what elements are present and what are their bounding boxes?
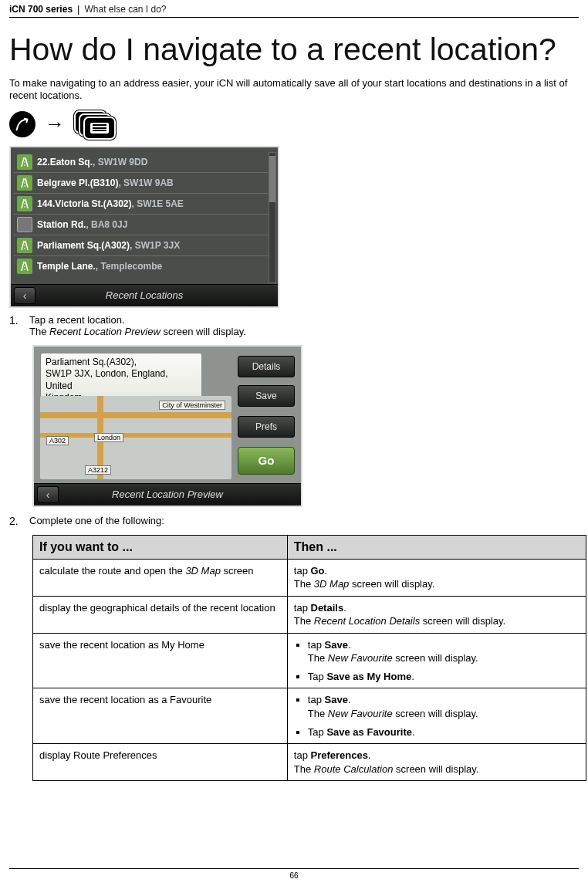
header-separator: |: [77, 3, 79, 15]
cell-bold: Preferences: [311, 749, 368, 761]
screen-footer: ‹ Recent Location Preview: [34, 483, 301, 506]
go-button: Go: [238, 447, 295, 475]
road-icon: [17, 175, 32, 191]
list-item: 144.Victoria St.(A302), SW1E 5AE: [14, 194, 275, 215]
location-suffix: , Templecombe: [96, 261, 162, 272]
page-number: 66: [9, 868, 579, 880]
cell-text: screen will display.: [393, 708, 478, 719]
road-icon: [17, 196, 32, 211]
product-name: iCN 700 series: [9, 4, 73, 15]
prefs-button: Prefs: [238, 416, 295, 438]
cell-text: screen: [221, 565, 254, 577]
step-1: 1. Tap a recent location. The Recent Loc…: [9, 314, 579, 337]
cell-text: display Route Preferences: [39, 749, 157, 761]
list-item: 22.Eaton Sq., SW1W 9DD: [14, 152, 275, 173]
location-suffix: , SW1P 3JX: [130, 240, 180, 251]
cell-text: .: [411, 671, 414, 682]
map-label: A302: [46, 436, 69, 445]
cell-text: calculate the route and open the: [39, 565, 185, 577]
screen-title: Recent Location Preview: [112, 489, 223, 500]
location-suffix: , SW1W 9DD: [93, 157, 147, 167]
table-row: save the recent location as My Home tap …: [33, 633, 586, 688]
cell-text: screen will display.: [420, 615, 505, 627]
: tap: [294, 602, 311, 614]
map-preview: City of Westminster London A302 A3212: [40, 396, 231, 479]
list-item: Parliament Sq.(A302), SW1P 3JX: [14, 235, 275, 256]
cell-text: screen will display.: [393, 652, 478, 664]
cell-italic: New Favourite: [328, 708, 393, 719]
table-row: calculate the route and open the 3D Map …: [33, 559, 586, 596]
back-button: ‹: [37, 486, 59, 503]
list-item: Belgrave Pl.(B310), SW1W 9AB: [14, 173, 275, 194]
cell-text: The: [294, 578, 314, 590]
step-2: 2. Complete one of the following:: [9, 515, 579, 527]
cell-text: .: [368, 749, 371, 761]
cell-bold: Go: [311, 565, 325, 577]
cell-bold: Save: [325, 694, 348, 705]
list-item: Station Rd., BA8 0JJ: [14, 215, 275, 235]
cell-bold: Save as Favourite: [326, 726, 412, 738]
cell-text: tap: [294, 565, 311, 577]
location-name: 144.Victoria St.(A302): [37, 198, 132, 209]
cell-text: The: [294, 763, 314, 775]
location-preview-screenshot: Parliament Sq.(A302), SW1P 3JX, London, …: [32, 345, 302, 507]
road-icon: [17, 238, 32, 253]
cell-text: .: [412, 726, 415, 738]
screen-footer: ‹ Recent Locations: [11, 284, 278, 306]
step-text: Tap a recent location.: [29, 314, 125, 326]
table-row: display the geographical details of the …: [33, 596, 586, 633]
cell-text: screen will display.: [349, 578, 434, 590]
cell-bold: Details: [311, 602, 344, 614]
cell-text: .: [348, 694, 351, 705]
area-icon: [17, 217, 32, 232]
location-suffix: , SW1E 5AE: [132, 198, 184, 209]
go-screen-icon: [9, 111, 35, 137]
breadcrumb-icons: →: [9, 110, 579, 138]
cell-text: The: [308, 708, 328, 719]
details-button: Details: [238, 356, 295, 377]
cell-text: save the recent location as a Favourite: [39, 694, 211, 705]
page-header: iCN 700 series | What else can I do?: [9, 0, 579, 18]
cell-italic: Route Calculation: [314, 763, 394, 775]
table-row: save the recent location as a Favourite …: [33, 688, 586, 744]
road-icon: [17, 154, 32, 170]
cell-text: Tap: [308, 671, 327, 682]
location-name: Parliament Sq.(A302): [37, 240, 130, 251]
location-suffix: , SW1W 9AB: [118, 178, 173, 188]
options-table: If you want to ... Then ... calculate th…: [32, 535, 586, 782]
cell-italic: 3D Map: [185, 565, 221, 577]
cell-text: The: [308, 652, 328, 664]
back-button: ‹: [14, 287, 35, 304]
location-name: Station Rd.: [37, 219, 86, 230]
cell-bold: Save: [325, 639, 348, 651]
table-row: display Route Preferences tap Preference…: [33, 744, 586, 781]
save-button: Save: [238, 385, 295, 407]
cell-text: tap: [308, 639, 325, 651]
location-suffix: , BA8 0JJ: [86, 219, 127, 230]
scrollbar: [269, 152, 276, 283]
cell-text: tap: [308, 694, 325, 705]
cell-text: .: [325, 565, 328, 577]
location-name: Temple Lane.: [37, 261, 96, 272]
arrow-icon: →: [45, 112, 65, 136]
recent-locations-screenshot: 22.Eaton Sq., SW1W 9DD Belgrave Pl.(B310…: [9, 146, 279, 308]
cell-italic: New Favourite: [328, 652, 393, 664]
intro-paragraph: To make navigating to an address easier,…: [9, 77, 579, 103]
cell-italic: 3D Map: [314, 578, 350, 590]
recent-locations-icon: [74, 110, 114, 138]
cell-bold: Save as My Home: [326, 671, 411, 682]
cell-text: display the geographical details of the …: [39, 602, 275, 614]
location-name: Belgrave Pl.(B310): [37, 178, 118, 188]
cell-text: .: [343, 602, 346, 614]
cell-text: save the recent location as My Home: [39, 639, 204, 651]
cell-text: Tap: [308, 726, 327, 738]
map-label: City of Westminster: [159, 401, 225, 410]
map-label: A3212: [85, 465, 111, 475]
map-label: London: [94, 433, 123, 442]
cell-text: The: [294, 615, 314, 627]
page-title: How do I navigate to a recent location?: [9, 32, 579, 68]
step-sub-prefix: The: [29, 326, 49, 337]
cell-text: .: [348, 639, 351, 651]
list-item: Temple Lane., Templecombe: [14, 256, 275, 276]
road-icon: [17, 259, 32, 274]
